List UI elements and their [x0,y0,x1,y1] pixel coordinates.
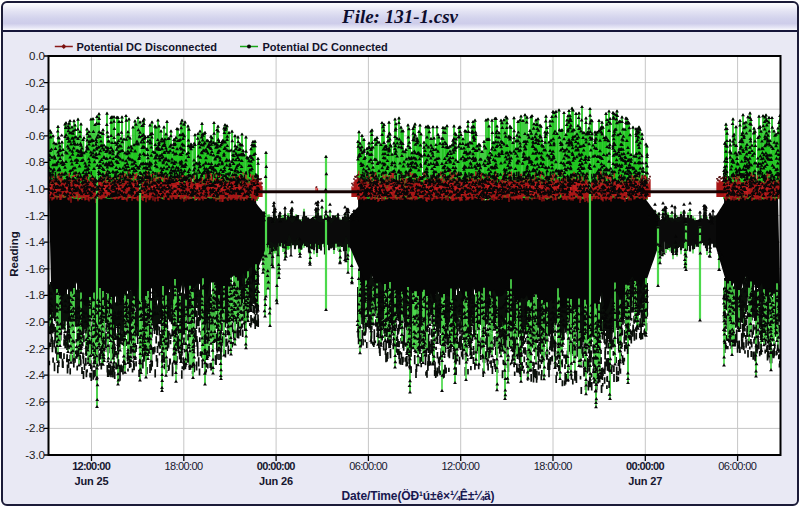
svg-text:Jun 26: Jun 26 [259,475,293,487]
svg-text:-1.4: -1.4 [25,236,45,248]
svg-text:-2.0: -2.0 [25,316,45,328]
svg-text:-1.6: -1.6 [25,263,45,275]
svg-text:06:00:00: 06:00:00 [349,460,388,472]
svg-text:12:00:00: 12:00:00 [441,460,480,472]
svg-text:-0.6: -0.6 [25,130,45,142]
svg-text:0.0: 0.0 [29,50,45,62]
svg-text:Reading: Reading [8,231,20,276]
svg-text:00:00:00: 00:00:00 [257,460,296,472]
svg-text:-2.6: -2.6 [25,396,45,408]
svg-text:18:00:00: 18:00:00 [165,460,204,472]
svg-text:-1.8: -1.8 [25,289,45,301]
svg-text:18:00:00: 18:00:00 [534,460,573,472]
svg-text:Potential DC Disconnected: Potential DC Disconnected [77,41,218,53]
svg-text:Date/Time(ÖÐ¹ú±ê×¼Ê±¼ä): Date/Time(ÖÐ¹ú±ê×¼Ê±¼ä) [342,488,495,503]
svg-text:Potential DC Connected: Potential DC Connected [263,41,388,53]
svg-text:12:00:00: 12:00:00 [72,460,111,472]
svg-text:Jun 27: Jun 27 [628,475,662,487]
svg-text:06:00:00: 06:00:00 [718,460,757,472]
svg-text:-0.2: -0.2 [25,77,45,89]
svg-text:-3.0: -3.0 [25,449,45,461]
svg-text:-1.0: -1.0 [25,183,45,195]
svg-text:-2.4: -2.4 [25,369,45,381]
svg-text:-2.8: -2.8 [25,422,45,434]
svg-text:-0.4: -0.4 [25,103,45,115]
svg-text:-0.8: -0.8 [25,156,45,168]
svg-text:Jun 25: Jun 25 [75,475,109,487]
svg-text:-2.2: -2.2 [25,343,45,355]
svg-text:-1.2: -1.2 [25,210,45,222]
svg-text:00:00:00: 00:00:00 [626,460,665,472]
